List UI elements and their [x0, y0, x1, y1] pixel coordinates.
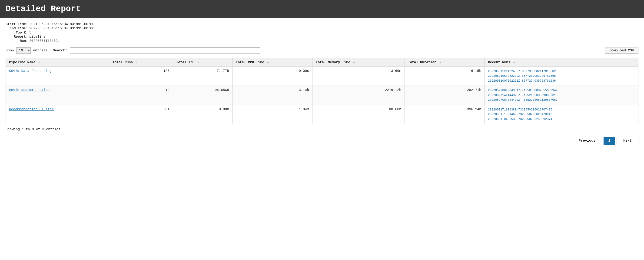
sort-icon-duration: ⇅ [440, 61, 441, 64]
total-duration-cell: 396.24h [404, 105, 484, 124]
run-link[interactable]: 2022052708T084420Z--1652208059129837667 [488, 98, 635, 102]
end-time-value: 2022-05-31 15:15:34.831991+00:00 [29, 26, 96, 30]
run-link[interactable]: 2022053112T122459Z-8677303082117818602 [488, 69, 635, 74]
run-link[interactable]: 2022052908T084351Z--1650568802555902942 [488, 88, 635, 93]
total-duration-cell: 282.71h [404, 86, 484, 105]
entries-select[interactable]: 10 25 50 100 [16, 48, 31, 54]
start-time-label: Start Time: [6, 22, 29, 26]
total-cpu-time-cell: 3.14h [232, 86, 312, 105]
showing-text: Showing 1 to 3 of 3 entries [0, 124, 644, 131]
entries-label: entries [33, 48, 48, 52]
start-time-value: 2021-05-31 15:15:34.831991+00:00 [29, 22, 96, 26]
run-link[interactable]: 20220531T100938Z-7320550206026707475 [488, 108, 635, 112]
meta-section: Start Time: 2021-05-31 15:15:34.831991+0… [0, 18, 644, 43]
previous-button[interactable]: Previous [572, 137, 602, 145]
sort-icon-runs: ⇅ [136, 61, 138, 64]
controls-section: Show 10 25 50 100 entries Search: Downlo… [0, 43, 644, 54]
total-cpu-time-cell: 0.00s [232, 67, 312, 86]
total-io-cell: 194.65GB [173, 86, 232, 105]
search-input[interactable] [70, 48, 260, 54]
col-recent-runs: Recent Runs ⇅ [484, 58, 638, 67]
total-runs-cell: 123 [109, 67, 173, 86]
pipeline-name-cell: Movie_Recommendation [6, 86, 109, 105]
total-cpu-time-cell: 1.94m [232, 105, 312, 124]
recent-runs-cell: 20220531T100938Z-73205502060267074752022… [484, 105, 638, 124]
show-label: Show [6, 48, 14, 52]
table-section: Pipeline Name ⇅ Total Runs ⇅ Total I/O ⇅… [0, 54, 644, 124]
top-k-value: 5 [29, 30, 96, 35]
table-row: Movie_Recommendation12194.65GB3.14h12279… [6, 86, 638, 105]
sort-icon-recent: ⇅ [513, 61, 515, 64]
report-label: Report: [6, 35, 29, 39]
run-label: Run: [6, 39, 29, 43]
pagination-section: Previous 1 Next [0, 131, 644, 150]
pipeline-name-cell: Covid_Data_Processing [6, 67, 109, 86]
pipeline-name-cell: Recommendation_Cluster [6, 105, 109, 124]
col-total-runs: Total Runs ⇅ [109, 58, 173, 67]
table-row: Recommendation_Cluster810.00B1.94m88.60h… [6, 105, 638, 124]
total-runs-cell: 81 [109, 105, 173, 124]
page-title: Detailed Report [6, 4, 638, 14]
sort-icon-cpu: ⇅ [267, 61, 269, 64]
report-value: pipeline [29, 35, 96, 39]
page-header: Detailed Report [0, 0, 644, 18]
recent-runs-cell: 2022052908T084351Z--16505688025559029422… [484, 86, 638, 105]
sort-icon-pipeline: ⇅ [38, 61, 40, 64]
page-1-button[interactable]: 1 [604, 137, 615, 145]
total-memory-time-cell: 13.60m [312, 67, 404, 86]
run-link[interactable]: 2022053106T062320Z-8677280053286787665 [488, 74, 635, 78]
search-label: Search: [53, 48, 68, 52]
table-header-row: Pipeline Name ⇅ Total Runs ⇅ Total I/O ⇅… [6, 58, 638, 67]
col-total-io: Total I/O ⇅ [173, 58, 232, 67]
sort-icon-io: ⇅ [198, 61, 199, 64]
total-io-cell: 7.17TB [173, 67, 232, 86]
total-runs-cell: 12 [109, 86, 173, 105]
col-pipeline-name: Pipeline Name ⇅ [6, 58, 109, 67]
run-value: 20220531T151521 [29, 39, 96, 43]
top-k-label: Top K: [6, 30, 29, 35]
col-total-duration: Total Duration ⇅ [404, 58, 484, 67]
col-total-memory-time: Total Memory Time ⇅ [312, 58, 404, 67]
next-button[interactable]: Next [616, 137, 638, 145]
col-total-cpu-time: Total CPU Time ⇅ [232, 58, 312, 67]
run-link[interactable]: 20220531T100146Z-7320550206026470046 [488, 112, 635, 117]
end-time-label: End Time: [6, 26, 29, 30]
pipeline-name-link[interactable]: Covid_Data_Processing [9, 69, 52, 73]
meta-table: Start Time: 2021-05-31 15:15:34.831991+0… [6, 22, 96, 43]
run-link[interactable]: 20220531T040853Z-7320550205253692374 [488, 117, 635, 122]
run-link[interactable]: 2022053100T002251Z-8677274935768761236 [488, 78, 635, 83]
pipeline-name-link[interactable]: Movie_Recommendation [9, 88, 50, 92]
run-link[interactable]: 2022052714T144325Z--1652185030298869319 [488, 93, 635, 98]
total-io-cell: 0.00B [173, 105, 232, 124]
recent-runs-cell: 2022053112T122459Z-867730308211781860220… [484, 67, 638, 86]
main-table: Pipeline Name ⇅ Total Runs ⇅ Total I/O ⇅… [6, 58, 638, 124]
table-row: Covid_Data_Processing1237.17TB0.00s13.60… [6, 67, 638, 86]
total-memory-time-cell: 12279.12h [312, 86, 404, 105]
total-duration-cell: 6.15h [404, 67, 484, 86]
sort-icon-memory: ⇅ [353, 61, 355, 64]
download-csv-button[interactable]: Download CSV [605, 47, 638, 54]
total-memory-time-cell: 88.60h [312, 105, 404, 124]
pipeline-name-link[interactable]: Recommendation_Cluster [9, 108, 54, 111]
